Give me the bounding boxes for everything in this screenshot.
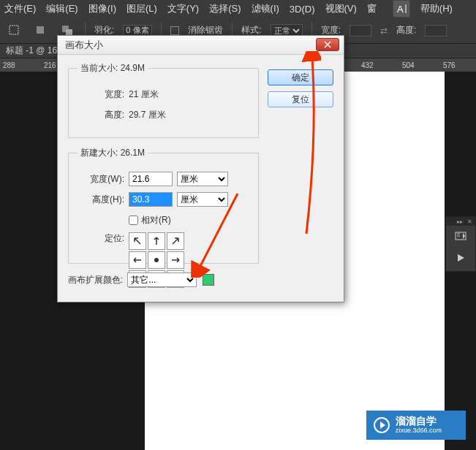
history-icon[interactable]	[455, 230, 466, 245]
dialog-title-text: 画布大小	[65, 39, 103, 52]
marquee-rect-icon[interactable]	[32, 22, 50, 39]
watermark-play-icon	[374, 417, 390, 433]
current-width-label: 宽度:	[78, 88, 124, 101]
anchor-ne[interactable]	[167, 232, 184, 250]
text-tool-icon: A	[393, 0, 410, 18]
new-width-input[interactable]	[129, 172, 173, 186]
new-width-label: 宽度(W):	[78, 173, 124, 186]
menu-window[interactable]: 窗	[367, 2, 377, 15]
current-height-value: 29.7 厘米	[129, 109, 166, 121]
swap-icon[interactable]: ⇄	[380, 26, 388, 36]
svg-point-8	[154, 258, 159, 262]
panel-close-icon[interactable]: ✕	[467, 218, 472, 225]
current-height-label: 高度:	[78, 109, 124, 121]
menu-file[interactable]: 文件(E)	[4, 2, 36, 15]
close-icon	[324, 41, 331, 48]
width-input	[350, 25, 371, 37]
anchor-w[interactable]	[129, 251, 146, 269]
panel-collapse-icon[interactable]: ▸▸	[457, 218, 463, 225]
new-height-label: 高度(H):	[78, 194, 124, 206]
current-width-value: 21 厘米	[129, 88, 159, 101]
svg-text:A: A	[397, 4, 404, 15]
menu-select[interactable]: 选择(S)	[209, 2, 241, 15]
watermark: 溜溜自学 zixue.3d66.com	[366, 411, 466, 440]
menu-edit[interactable]: 编辑(E)	[46, 2, 78, 15]
canvas-size-dialog: 画布大小 当前大小: 24.9M 宽度:21 厘米 高度:29.7 厘米 新建大…	[57, 35, 344, 302]
height-label: 高度:	[396, 24, 416, 37]
tool-icon[interactable]	[6, 22, 23, 39]
dialog-titlebar[interactable]: 画布大小	[58, 36, 344, 55]
ext-color-swatch[interactable]	[203, 274, 214, 286]
cancel-button[interactable]: 复位	[268, 91, 333, 107]
svg-rect-3	[37, 26, 44, 34]
play-icon[interactable]	[455, 252, 466, 267]
anchor-e[interactable]	[167, 251, 184, 269]
menu-filter[interactable]: 滤镜(I)	[252, 2, 279, 15]
menubar: 文件(E) 编辑(E) 图像(I) 图层(L) 文字(Y) 选择(S) 滤镜(I…	[0, 0, 476, 18]
new-size-group: 新建大小: 26.1M 宽度(W): 厘米 高度(H): 厘米 相对(R) 定位…	[68, 147, 259, 264]
width-unit-select[interactable]: 厘米	[177, 172, 228, 186]
ok-button[interactable]: 确定	[268, 69, 333, 85]
ext-color-select[interactable]: 其它...	[127, 272, 197, 287]
relative-label: 相对(R)	[141, 214, 171, 226]
svg-rect-2	[10, 26, 18, 34]
menu-help[interactable]: 帮助(H)	[420, 2, 453, 15]
relative-checkbox[interactable]	[129, 216, 138, 225]
new-height-input[interactable]	[129, 192, 173, 207]
current-size-group: 当前大小: 24.9M 宽度:21 厘米 高度:29.7 厘米	[68, 62, 259, 138]
menu-3d[interactable]: 3D(D)	[290, 4, 315, 15]
menu-text[interactable]: 文字(Y)	[167, 2, 199, 15]
menu-layer[interactable]: 图层(L)	[126, 2, 157, 15]
close-button[interactable]	[316, 38, 339, 51]
menu-image[interactable]: 图像(I)	[88, 2, 116, 15]
ext-color-label: 画布扩展颜色:	[68, 274, 123, 286]
svg-marker-7	[458, 254, 464, 262]
anchor-label: 定位:	[78, 232, 124, 245]
height-unit-select[interactable]: 厘米	[177, 192, 228, 207]
anchor-center[interactable]	[148, 251, 165, 269]
antialias-checkbox	[170, 26, 179, 35]
menu-view[interactable]: 视图(V)	[325, 2, 357, 15]
anchor-n[interactable]	[148, 232, 165, 250]
side-panel: ▸▸ ✕	[445, 216, 476, 272]
anchor-nw[interactable]	[129, 232, 146, 250]
height-input	[425, 25, 447, 37]
